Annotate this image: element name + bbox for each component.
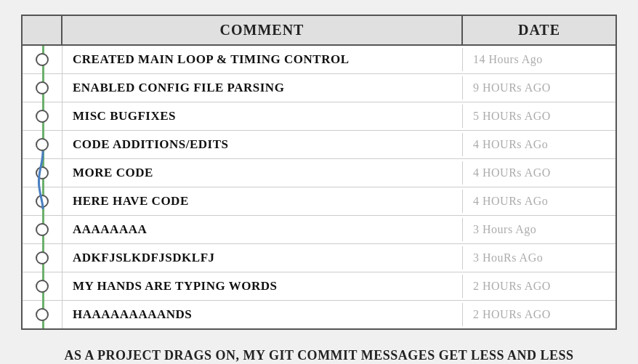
commit-circle	[36, 110, 49, 123]
row-date: 3 HouRs AGo	[463, 247, 615, 269]
commit-circle	[36, 280, 49, 293]
commit-circle	[36, 251, 49, 264]
commit-circle	[36, 81, 49, 94]
commit-circle	[36, 195, 49, 208]
row-comment: ENABLED CONFIG FILE PARSING	[62, 76, 463, 100]
row-comment: AAAAAAAA	[62, 218, 463, 241]
table-header: COMMENT DATE	[23, 16, 615, 46]
row-date: 4 HOURs AGo	[463, 190, 615, 212]
row-date: 5 HOURs AGO	[463, 105, 615, 127]
commit-table: COMMENT DATE CREATED MAIN LOOP & TIMING …	[21, 15, 617, 330]
header-comment: COMMENT	[62, 16, 463, 44]
table-row: ENABLED CONFIG FILE PARSING 9 HOURs AGO	[23, 74, 615, 102]
row-date: 4 HOURs AGO	[463, 162, 615, 184]
table-body: CREATED MAIN LOOP & TIMING CONTROL 14 Ho…	[23, 46, 615, 328]
row-date: 4 HOURs AGo	[463, 134, 615, 155]
row-comment: CREATED MAIN LOOP & TIMING CONTROL	[62, 48, 463, 71]
row-date: 3 Hours Ago	[463, 219, 615, 240]
row-date: 2 HOURs AGO	[463, 304, 615, 325]
table-row: HAAAAAAAAANDS 2 HOURs AGO	[23, 301, 615, 328]
commit-circle	[36, 166, 49, 179]
header-icon-col	[23, 16, 62, 44]
row-date: 2 HOURs AGO	[463, 275, 615, 297]
row-comment: HAAAAAAAAANDS	[62, 303, 463, 326]
row-date: 9 HOURs AGO	[463, 77, 615, 99]
caption: AS A PROJECT DRAGS ON, MY GIT COMMIT MES…	[21, 343, 617, 364]
header-date: DATE	[463, 16, 615, 44]
commit-circle	[36, 138, 49, 151]
row-comment: MY HANDS ARE TYPING WORDS	[62, 275, 463, 298]
table-row: HERE HAVE CODE 4 HOURs AGo	[23, 187, 615, 216]
row-comment: ADKFJSLKDFJSDKLFJ	[62, 246, 463, 270]
row-comment: HERE HAVE CODE	[62, 190, 463, 213]
row-date: 14 Hours Ago	[463, 49, 615, 70]
commit-circle	[36, 308, 49, 321]
row-comment: MORE CODE	[62, 161, 463, 185]
table-row: MORE CODE 4 HOURs AGO	[23, 159, 615, 187]
table-row: MY HANDS ARE TYPING WORDS 2 HOURs AGO	[23, 272, 615, 301]
commit-circle	[36, 53, 49, 66]
table-row: MISC BUGFIXES 5 HOURs AGO	[23, 102, 615, 131]
commit-circle	[36, 223, 49, 236]
table-row: CREATED MAIN LOOP & TIMING CONTROL 14 Ho…	[23, 46, 615, 74]
table-row: ADKFJSLKDFJSDKLFJ 3 HouRs AGo	[23, 244, 615, 272]
table-row: AAAAAAAA 3 Hours Ago	[23, 216, 615, 244]
row-comment: MISC BUGFIXES	[62, 105, 463, 128]
table-row: CODE ADDITIONS/EDITS 4 HOURs AGo	[23, 131, 615, 159]
main-container: COMMENT DATE CREATED MAIN LOOP & TIMING …	[21, 15, 617, 364]
row-comment: CODE ADDITIONS/EDITS	[62, 133, 463, 156]
